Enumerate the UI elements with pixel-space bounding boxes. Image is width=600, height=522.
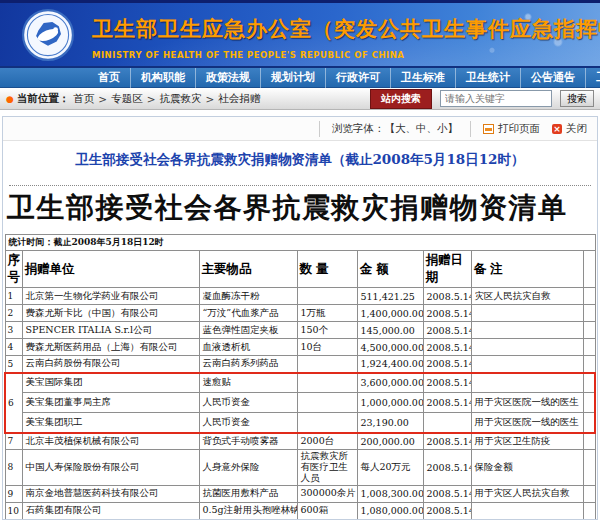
nav-item-statistics[interactable]: 卫生统计 — [455, 68, 520, 88]
banner-title-cn: 卫生部卫生应急办公室（突发公共卫生事件应急指挥中心） — [92, 15, 600, 43]
cell-date: 2008.5.14 — [423, 322, 471, 339]
banner-title-en: MINISTRY OF HEALTH OF THE PEOPLE'S REPUB… — [92, 50, 600, 60]
nav-item-home[interactable]: 首页 — [88, 68, 130, 88]
cell-donor: 北京第一生物化学药业有限公司 — [22, 288, 199, 305]
cell-amount: 1,008,300.00 — [357, 485, 423, 502]
search-input[interactable] — [440, 90, 552, 107]
cell-qty — [297, 373, 357, 393]
cell-item: 人民币资金 — [199, 519, 297, 520]
cell-amount: 1,924,400.00 — [357, 356, 423, 373]
col-header-qty: 数 量 — [297, 251, 357, 288]
spacer-cell — [583, 356, 595, 373]
dotted-divider — [9, 185, 591, 186]
breadcrumb-separator: > — [98, 93, 107, 105]
cell-note — [471, 339, 583, 356]
nav-item-announcements[interactable]: 公告通告 — [520, 68, 585, 88]
breadcrumb-separator: > — [205, 93, 214, 105]
cell-qty: 1万瓶 — [297, 305, 357, 322]
cell-date: 2008.5.14 — [423, 433, 471, 450]
table-row: 5 云南白药股份有限公司 云南白药系列药品 1,924,400.00 2008.… — [5, 356, 595, 373]
cell-qty: 150个 — [297, 322, 357, 339]
table-row: 1 北京第一生物化学药业有限公司 凝血酶冻干粉 511,421.25 2008.… — [5, 288, 595, 305]
breadcrumb-link-donations[interactable]: 社会捐赠 — [218, 92, 260, 106]
cell-date: 2008.5.14 — [423, 519, 471, 520]
col-header-amount: 金 额 — [357, 251, 423, 288]
breadcrumb-bar: ● 当前位置： 首页 > 专题区 > 抗震救灾 > 社会捐赠 站内搜索 搜索 — [0, 88, 600, 110]
banner-titles: 卫生部卫生应急办公室（突发公共卫生事件应急指挥中心） MINISTRY OF H… — [92, 15, 600, 60]
cell-donor: 费森尤斯医药用品（上海）有限公司 — [22, 339, 199, 356]
moh-emblem-icon — [22, 9, 74, 61]
cell-donor: 美宝国际集团 — [22, 373, 199, 393]
breadcrumb-link-quake-relief[interactable]: 抗震救灾 — [159, 92, 201, 106]
cell-qty — [297, 393, 357, 413]
print-page-button[interactable]: 打印页面 — [483, 122, 540, 136]
cell-qty: 抗震救灾所有医疗卫生人员 — [297, 450, 357, 486]
cell-note — [471, 373, 583, 393]
cell-amount: 145,000.00 — [357, 322, 423, 339]
spacer-cell — [583, 393, 595, 413]
cell-amount: 211,156.00 — [357, 519, 423, 520]
table-row: 3 SPENCER ITALIA S.r.l公司 蓝色弹性固定夹板 150个 1… — [5, 322, 595, 339]
site-search-button[interactable]: 站内搜索 — [370, 89, 432, 109]
cell-seq: 5 — [5, 356, 22, 373]
cell-date: 2008.5.14 — [423, 450, 471, 486]
cell-note — [471, 356, 583, 373]
table-stats-row: 统计时间：截止2008年5月18日12时 — [5, 235, 595, 251]
cell-amount: 511,421.25 — [357, 288, 423, 305]
cell-seq: 7 — [5, 433, 22, 450]
font-size-control[interactable]: 浏览字体：【大、中、小】 — [332, 122, 458, 136]
close-page-button[interactable]: × 关闭 — [552, 122, 587, 136]
nav-item-standards[interactable]: 卫生标准 — [390, 68, 455, 88]
nav-item-planning[interactable]: 规划计划 — [260, 68, 325, 88]
cell-item: 血液透析机 — [199, 339, 297, 356]
breadcrumb-label: 当前位置： — [17, 92, 70, 106]
cell-amount: 1,000,000.00 — [357, 393, 423, 413]
table-row-highlighted: 美宝集团董事局主席 人民币资金 1,000,000.00 2008.5.14 用… — [5, 393, 595, 413]
cell-item: 0.5g注射用头孢唑林钠 — [199, 502, 297, 519]
spacer-cell — [583, 485, 595, 502]
table-header-row: 序号 捐赠单位 主要物品 数 量 金 额 捐赠日期 备 注 — [5, 251, 595, 288]
breadcrumb-link-home[interactable]: 首页 — [73, 92, 94, 106]
cell-item: “万汶”代血浆产品 — [199, 305, 297, 322]
donations-table: 统计时间：截止2008年5月18日12时 序号 捐赠单位 主要物品 数 量 金 … — [4, 234, 596, 520]
cell-qty: 300000余片 — [297, 485, 357, 502]
cell-seq: 11 — [5, 519, 22, 520]
article-content: 浏览字体：【大、中、小】 打印页面 × 关闭 卫生部接受社会各界抗震救灾捐赠物资… — [2, 116, 598, 520]
cell-note: 灾区人民抗灾自救 — [471, 288, 583, 305]
page: 卫生部卫生应急办公室（突发公共卫生事件应急指挥中心） MINISTRY OF H… — [0, 0, 600, 522]
cell-item: 人民币资金 — [199, 393, 297, 413]
cell-seq: 10 — [5, 502, 22, 519]
cell-qty — [297, 356, 357, 373]
cell-note: 用于灾区医院一线的医生 — [471, 393, 583, 413]
cell-donor: 中国人寿保险股份有限公司 — [22, 450, 199, 486]
site-banner: 卫生部卫生应急办公室（突发公共卫生事件应急指挥中心） MINISTRY OF H… — [0, 0, 600, 68]
cell-date: 2008.5.14 — [423, 373, 471, 393]
spacer-cell — [583, 251, 595, 288]
spacer-cell — [583, 519, 595, 520]
cell-seq: 8 — [5, 450, 22, 486]
col-header-donor: 捐赠单位 — [22, 251, 199, 288]
cell-qty: 10台 — [297, 339, 357, 356]
cell-amount: 3,600,000.00 — [357, 373, 423, 393]
cell-note: 用于灾区医院一线的医生 — [471, 413, 583, 433]
cell-date: 2008.5.14 — [423, 356, 471, 373]
cell-amount: 每人20万元 — [357, 450, 423, 486]
search-area: 站内搜索 搜索 — [370, 89, 594, 109]
spacer-cell — [583, 373, 595, 393]
breadcrumb-link-topics[interactable]: 专题区 — [111, 92, 143, 106]
spacer-cell — [583, 305, 595, 322]
table-row: 2 费森尤斯卡比（中国）有限公司 “万汶”代血浆产品 1万瓶 1,400,000… — [5, 305, 595, 322]
cell-item: 背负式手动喷雾器 — [199, 433, 297, 450]
search-submit-button[interactable]: 搜索 — [560, 90, 594, 107]
nav-item-work-news[interactable]: 工作动态 — [585, 68, 600, 88]
nav-item-functions[interactable]: 机构职能 — [130, 68, 195, 88]
nav-item-policies[interactable]: 政策法规 — [195, 68, 260, 88]
cell-amount: 23,190.00 — [357, 413, 423, 433]
breadcrumb-separator: > — [147, 93, 156, 105]
spacer-cell — [583, 339, 595, 356]
cell-seq: 2 — [5, 305, 22, 322]
table-row: 9 南京金地普慧医药科技有限公司 抗菌医用敷料产品 300000余片 1,008… — [5, 485, 595, 502]
print-page-label: 打印页面 — [498, 122, 540, 136]
nav-item-licensing[interactable]: 行政许可 — [325, 68, 390, 88]
cell-date: 2008.5.14 — [423, 485, 471, 502]
